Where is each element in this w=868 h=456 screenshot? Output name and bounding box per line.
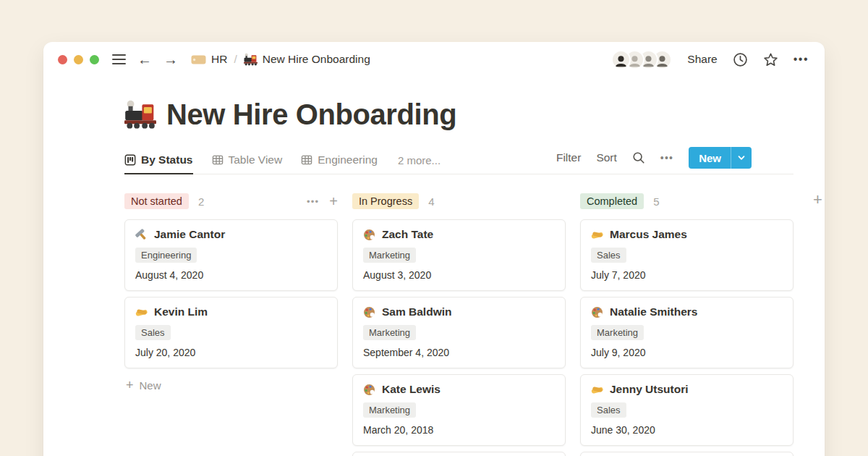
new-button-dropdown[interactable] — [731, 147, 752, 169]
department-tag: Marketing — [363, 325, 416, 340]
column-header: Completed 5 — [580, 192, 793, 211]
card-person-name: Jamie Cantor — [154, 228, 225, 241]
window-topbar: ← → HR / New Hire Onboarding — [43, 42, 825, 77]
page-content: New Hire Onboarding By Status Table View — [43, 98, 825, 456]
view-tabs: By Status Table View Engineering 2 more.… — [124, 153, 441, 174]
view-controls: Filter Sort ••• New — [556, 147, 752, 174]
column-add-card-icon[interactable]: + — [329, 194, 338, 208]
search-icon[interactable] — [632, 151, 645, 164]
status-badge[interactable]: Completed — [580, 193, 644, 209]
kanban-card-partial[interactable]: Shawn Newton — [352, 452, 566, 456]
tab-by-status[interactable]: By Status — [124, 153, 193, 174]
favorite-star-icon[interactable] — [763, 52, 778, 67]
tag-emoji-icon — [191, 54, 206, 65]
column-not-started: Not started 2 ••• + Jamie Cantor Enginee… — [124, 192, 338, 456]
more-tabs-button[interactable]: 2 more... — [398, 154, 441, 174]
more-options-icon[interactable]: ••• — [793, 53, 809, 66]
palette-emoji-icon — [363, 306, 375, 318]
back-arrow-icon[interactable]: ← — [137, 52, 152, 67]
new-button-label[interactable]: New — [689, 147, 731, 169]
filter-button[interactable]: Filter — [556, 151, 581, 164]
palette-emoji-icon — [363, 229, 375, 241]
card-person-name: Sam Baldwin — [382, 305, 451, 318]
department-tag: Marketing — [363, 402, 416, 418]
page-title[interactable]: New Hire Onboarding — [124, 98, 825, 131]
palette-emoji-icon — [363, 384, 375, 396]
column-in-progress: In Progress 4 Zach Tate Marketing August… — [352, 192, 566, 456]
minimize-window-button[interactable] — [74, 55, 83, 64]
page-title-text: New Hire Onboarding — [166, 98, 456, 131]
sort-button[interactable]: Sort — [596, 151, 616, 164]
hammer-emoji-icon — [135, 229, 148, 241]
card-person-name: Marcus James — [610, 228, 687, 241]
chevron-down-icon — [737, 153, 746, 162]
handshake-emoji-icon — [591, 229, 603, 241]
kanban-card[interactable]: Kate Lewis Marketing March 20, 2018 — [352, 374, 566, 446]
kanban-card[interactable]: Jamie Cantor Engineering August 4, 2020 — [124, 219, 338, 291]
kanban-board: Not started 2 ••• + Jamie Cantor Enginee… — [124, 192, 793, 456]
kanban-card[interactable]: Kevin Lim Sales July 20, 2020 — [124, 297, 338, 368]
card-count: 5 — [653, 195, 659, 208]
start-date: July 20, 2020 — [135, 347, 327, 358]
share-button[interactable]: Share — [687, 53, 717, 66]
zoom-window-button[interactable] — [90, 55, 99, 64]
column-actions: ••• + — [307, 194, 338, 208]
board-view-icon — [124, 154, 136, 166]
card-count: 2 — [198, 195, 204, 208]
add-card-label: New — [140, 379, 161, 392]
tab-label: Engineering — [318, 153, 378, 166]
column-completed: Completed 5 Marcus James Sales July 7, 2… — [580, 192, 793, 456]
sidebar-menu-icon[interactable] — [112, 54, 126, 65]
table-view-icon — [212, 154, 224, 166]
add-card-button[interactable]: + New — [124, 374, 338, 396]
kanban-card[interactable]: Natalie Smithers Marketing July 9, 2020 — [580, 297, 793, 368]
status-badge[interactable]: In Progress — [352, 193, 419, 209]
start-date: June 30, 2020 — [591, 424, 783, 436]
window-controls — [58, 55, 99, 64]
breadcrumb-page[interactable]: New Hire Onboarding — [244, 53, 370, 67]
handshake-emoji-icon — [591, 384, 603, 396]
breadcrumb-page-label: New Hire Onboarding — [263, 53, 370, 66]
close-window-button[interactable] — [58, 55, 67, 64]
column-header: Not started 2 ••• + — [124, 192, 338, 211]
breadcrumb-workspace[interactable]: HR — [191, 53, 227, 66]
train-emoji-icon — [124, 99, 156, 131]
kanban-card[interactable]: Sam Baldwin Marketing September 4, 2020 — [352, 297, 566, 368]
collaborator-avatars[interactable] — [611, 50, 672, 69]
tab-table-view[interactable]: Table View — [212, 153, 283, 174]
topbar-actions: Share ••• — [611, 50, 809, 69]
kanban-card[interactable]: Zach Tate Marketing August 3, 2020 — [352, 219, 566, 291]
card-person-name: Natalie Smithers — [610, 305, 697, 318]
tab-engineering[interactable]: Engineering — [301, 153, 378, 174]
handshake-emoji-icon — [135, 306, 148, 318]
department-tag: Marketing — [591, 325, 644, 340]
add-column-button[interactable]: + — [813, 192, 822, 208]
start-date: August 4, 2020 — [135, 269, 327, 281]
tab-label: By Status — [141, 153, 193, 166]
new-button[interactable]: New — [689, 147, 752, 169]
card-person-name: Zach Tate — [382, 228, 433, 241]
department-tag: Engineering — [135, 248, 197, 263]
forward-arrow-icon[interactable]: → — [163, 52, 178, 67]
app-window: ← → HR / New Hire Onboarding — [43, 42, 825, 456]
kanban-card-partial[interactable]: Matt Murray — [580, 452, 793, 456]
start-date: September 4, 2020 — [363, 347, 555, 358]
start-date: July 7, 2020 — [591, 269, 783, 281]
breadcrumb-separator: / — [234, 53, 237, 66]
start-date: March 20, 2018 — [363, 424, 555, 436]
view-more-icon[interactable]: ••• — [660, 152, 673, 164]
status-badge[interactable]: Not started — [124, 193, 189, 209]
kanban-card[interactable]: Jenny Utsutori Sales June 30, 2020 — [580, 374, 793, 446]
kanban-card[interactable]: Marcus James Sales July 7, 2020 — [580, 219, 793, 291]
card-count: 4 — [428, 195, 434, 208]
column-options-icon[interactable]: ••• — [307, 196, 319, 207]
department-tag: Marketing — [363, 248, 416, 263]
breadcrumb: HR / New Hire Onboarding — [191, 53, 370, 67]
card-person-name: Kevin Lim — [154, 305, 208, 318]
card-person-name: Jenny Utsutori — [610, 383, 689, 396]
avatar[interactable] — [611, 50, 631, 69]
column-header: In Progress 4 — [352, 192, 566, 211]
start-date: August 3, 2020 — [363, 269, 555, 281]
updates-clock-icon[interactable] — [733, 52, 748, 67]
plus-icon: + — [126, 379, 134, 392]
